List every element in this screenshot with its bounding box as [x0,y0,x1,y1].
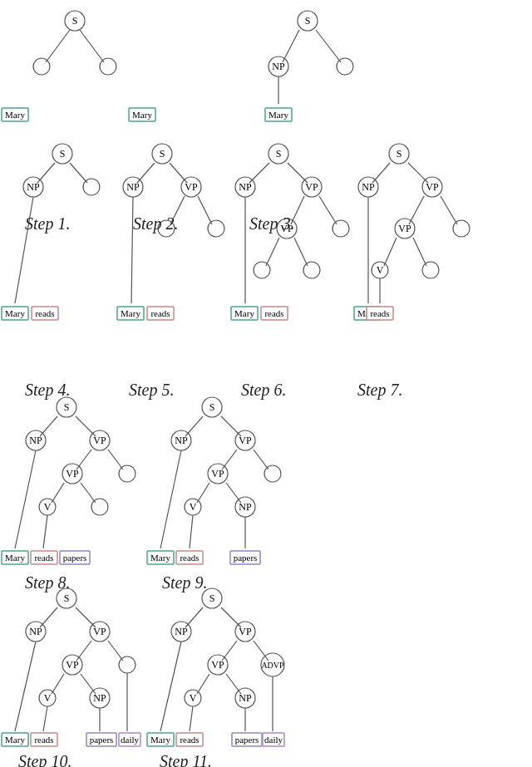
step-2-label: Step 2. [133,214,178,234]
step-1-label: Step 1. [25,214,70,234]
step-10-label: Step 10. [18,752,71,767]
step-9-label: Step 9. [162,573,207,592]
labels-layer: Step 1. Step 2. Step 3. Step 4. Step 5. … [0,0,532,767]
step-6-label: Step 6. [241,381,286,400]
step-11-label: Step 11. [160,752,212,767]
step-5-label: Step 5. [129,381,174,400]
step-4-label: Step 4. [25,381,70,400]
step-7-label: Step 7. [357,381,402,400]
step-8-label: Step 8. [25,573,70,592]
step-3-label: Step 3. [249,214,294,234]
